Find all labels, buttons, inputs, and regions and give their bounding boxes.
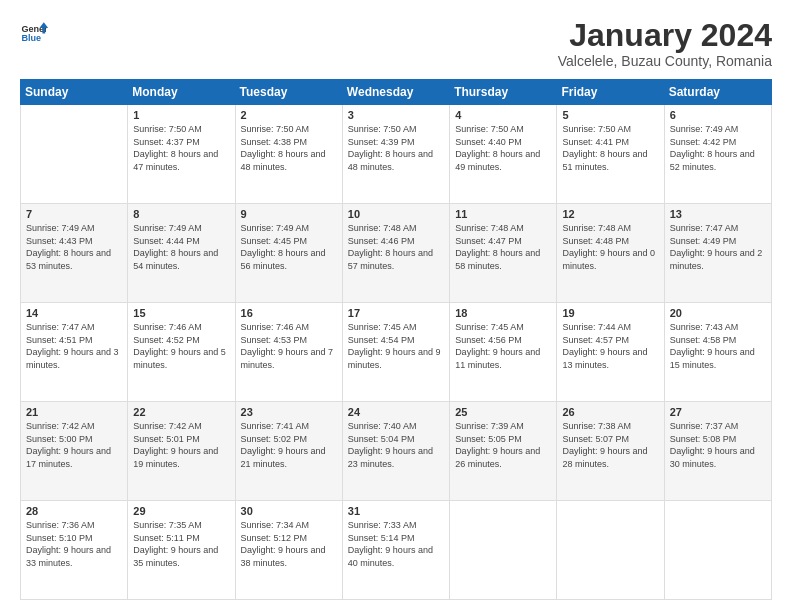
day-info: Sunrise: 7:46 AM Sunset: 4:53 PM Dayligh… <box>241 321 337 371</box>
day-info: Sunrise: 7:46 AM Sunset: 4:52 PM Dayligh… <box>133 321 229 371</box>
day-info: Sunrise: 7:42 AM Sunset: 5:00 PM Dayligh… <box>26 420 122 470</box>
day-info: Sunrise: 7:48 AM Sunset: 4:47 PM Dayligh… <box>455 222 551 272</box>
table-row: 17Sunrise: 7:45 AM Sunset: 4:54 PM Dayli… <box>342 303 449 402</box>
day-number: 11 <box>455 208 551 220</box>
day-number: 19 <box>562 307 658 319</box>
table-row: 28Sunrise: 7:36 AM Sunset: 5:10 PM Dayli… <box>21 501 128 600</box>
table-row: 1Sunrise: 7:50 AM Sunset: 4:37 PM Daylig… <box>128 105 235 204</box>
title-block: January 2024 Valcelele, Buzau County, Ro… <box>558 18 772 69</box>
table-row: 18Sunrise: 7:45 AM Sunset: 4:56 PM Dayli… <box>450 303 557 402</box>
day-number: 4 <box>455 109 551 121</box>
col-wednesday: Wednesday <box>342 80 449 105</box>
day-info: Sunrise: 7:34 AM Sunset: 5:12 PM Dayligh… <box>241 519 337 569</box>
day-info: Sunrise: 7:50 AM Sunset: 4:41 PM Dayligh… <box>562 123 658 173</box>
day-info: Sunrise: 7:39 AM Sunset: 5:05 PM Dayligh… <box>455 420 551 470</box>
table-row: 27Sunrise: 7:37 AM Sunset: 5:08 PM Dayli… <box>664 402 771 501</box>
day-info: Sunrise: 7:41 AM Sunset: 5:02 PM Dayligh… <box>241 420 337 470</box>
day-info: Sunrise: 7:50 AM Sunset: 4:37 PM Dayligh… <box>133 123 229 173</box>
day-info: Sunrise: 7:50 AM Sunset: 4:39 PM Dayligh… <box>348 123 444 173</box>
day-info: Sunrise: 7:49 AM Sunset: 4:42 PM Dayligh… <box>670 123 766 173</box>
table-row: 12Sunrise: 7:48 AM Sunset: 4:48 PM Dayli… <box>557 204 664 303</box>
day-number: 5 <box>562 109 658 121</box>
table-row: 29Sunrise: 7:35 AM Sunset: 5:11 PM Dayli… <box>128 501 235 600</box>
table-row: 10Sunrise: 7:48 AM Sunset: 4:46 PM Dayli… <box>342 204 449 303</box>
page: General Blue January 2024 Valcelele, Buz… <box>0 0 792 612</box>
day-number: 27 <box>670 406 766 418</box>
day-number: 17 <box>348 307 444 319</box>
table-row: 21Sunrise: 7:42 AM Sunset: 5:00 PM Dayli… <box>21 402 128 501</box>
table-row: 9Sunrise: 7:49 AM Sunset: 4:45 PM Daylig… <box>235 204 342 303</box>
table-row: 26Sunrise: 7:38 AM Sunset: 5:07 PM Dayli… <box>557 402 664 501</box>
table-row: 31Sunrise: 7:33 AM Sunset: 5:14 PM Dayli… <box>342 501 449 600</box>
day-info: Sunrise: 7:47 AM Sunset: 4:51 PM Dayligh… <box>26 321 122 371</box>
day-number: 14 <box>26 307 122 319</box>
subtitle: Valcelele, Buzau County, Romania <box>558 53 772 69</box>
day-number: 7 <box>26 208 122 220</box>
day-info: Sunrise: 7:45 AM Sunset: 4:54 PM Dayligh… <box>348 321 444 371</box>
table-row: 16Sunrise: 7:46 AM Sunset: 4:53 PM Dayli… <box>235 303 342 402</box>
table-row <box>664 501 771 600</box>
col-sunday: Sunday <box>21 80 128 105</box>
table-row: 6Sunrise: 7:49 AM Sunset: 4:42 PM Daylig… <box>664 105 771 204</box>
table-row: 13Sunrise: 7:47 AM Sunset: 4:49 PM Dayli… <box>664 204 771 303</box>
day-info: Sunrise: 7:47 AM Sunset: 4:49 PM Dayligh… <box>670 222 766 272</box>
table-row: 7Sunrise: 7:49 AM Sunset: 4:43 PM Daylig… <box>21 204 128 303</box>
table-row: 15Sunrise: 7:46 AM Sunset: 4:52 PM Dayli… <box>128 303 235 402</box>
calendar-table: Sunday Monday Tuesday Wednesday Thursday… <box>20 79 772 600</box>
col-friday: Friday <box>557 80 664 105</box>
day-number: 30 <box>241 505 337 517</box>
table-row: 11Sunrise: 7:48 AM Sunset: 4:47 PM Dayli… <box>450 204 557 303</box>
table-row: 19Sunrise: 7:44 AM Sunset: 4:57 PM Dayli… <box>557 303 664 402</box>
table-row: 24Sunrise: 7:40 AM Sunset: 5:04 PM Dayli… <box>342 402 449 501</box>
calendar-header-row: Sunday Monday Tuesday Wednesday Thursday… <box>21 80 772 105</box>
col-thursday: Thursday <box>450 80 557 105</box>
col-tuesday: Tuesday <box>235 80 342 105</box>
day-number: 8 <box>133 208 229 220</box>
day-number: 23 <box>241 406 337 418</box>
day-number: 26 <box>562 406 658 418</box>
day-number: 13 <box>670 208 766 220</box>
day-info: Sunrise: 7:40 AM Sunset: 5:04 PM Dayligh… <box>348 420 444 470</box>
table-row: 4Sunrise: 7:50 AM Sunset: 4:40 PM Daylig… <box>450 105 557 204</box>
day-number: 9 <box>241 208 337 220</box>
table-row <box>557 501 664 600</box>
day-info: Sunrise: 7:49 AM Sunset: 4:45 PM Dayligh… <box>241 222 337 272</box>
day-info: Sunrise: 7:45 AM Sunset: 4:56 PM Dayligh… <box>455 321 551 371</box>
day-info: Sunrise: 7:50 AM Sunset: 4:38 PM Dayligh… <box>241 123 337 173</box>
day-number: 24 <box>348 406 444 418</box>
table-row: 22Sunrise: 7:42 AM Sunset: 5:01 PM Dayli… <box>128 402 235 501</box>
day-info: Sunrise: 7:38 AM Sunset: 5:07 PM Dayligh… <box>562 420 658 470</box>
table-row: 30Sunrise: 7:34 AM Sunset: 5:12 PM Dayli… <box>235 501 342 600</box>
table-row: 8Sunrise: 7:49 AM Sunset: 4:44 PM Daylig… <box>128 204 235 303</box>
table-row: 5Sunrise: 7:50 AM Sunset: 4:41 PM Daylig… <box>557 105 664 204</box>
svg-text:Blue: Blue <box>21 33 41 43</box>
day-number: 20 <box>670 307 766 319</box>
day-number: 22 <box>133 406 229 418</box>
table-row: 20Sunrise: 7:43 AM Sunset: 4:58 PM Dayli… <box>664 303 771 402</box>
day-number: 3 <box>348 109 444 121</box>
day-info: Sunrise: 7:49 AM Sunset: 4:43 PM Dayligh… <box>26 222 122 272</box>
table-row: 2Sunrise: 7:50 AM Sunset: 4:38 PM Daylig… <box>235 105 342 204</box>
col-monday: Monday <box>128 80 235 105</box>
day-info: Sunrise: 7:49 AM Sunset: 4:44 PM Dayligh… <box>133 222 229 272</box>
table-row <box>450 501 557 600</box>
day-number: 15 <box>133 307 229 319</box>
day-number: 31 <box>348 505 444 517</box>
table-row: 14Sunrise: 7:47 AM Sunset: 4:51 PM Dayli… <box>21 303 128 402</box>
day-info: Sunrise: 7:44 AM Sunset: 4:57 PM Dayligh… <box>562 321 658 371</box>
table-row: 3Sunrise: 7:50 AM Sunset: 4:39 PM Daylig… <box>342 105 449 204</box>
table-row <box>21 105 128 204</box>
day-number: 10 <box>348 208 444 220</box>
day-number: 12 <box>562 208 658 220</box>
day-number: 21 <box>26 406 122 418</box>
day-info: Sunrise: 7:36 AM Sunset: 5:10 PM Dayligh… <box>26 519 122 569</box>
day-info: Sunrise: 7:37 AM Sunset: 5:08 PM Dayligh… <box>670 420 766 470</box>
month-title: January 2024 <box>558 18 772 53</box>
day-info: Sunrise: 7:42 AM Sunset: 5:01 PM Dayligh… <box>133 420 229 470</box>
table-row: 25Sunrise: 7:39 AM Sunset: 5:05 PM Dayli… <box>450 402 557 501</box>
day-number: 25 <box>455 406 551 418</box>
day-info: Sunrise: 7:48 AM Sunset: 4:46 PM Dayligh… <box>348 222 444 272</box>
logo: General Blue <box>20 18 52 46</box>
logo-icon: General Blue <box>20 18 48 46</box>
day-number: 1 <box>133 109 229 121</box>
